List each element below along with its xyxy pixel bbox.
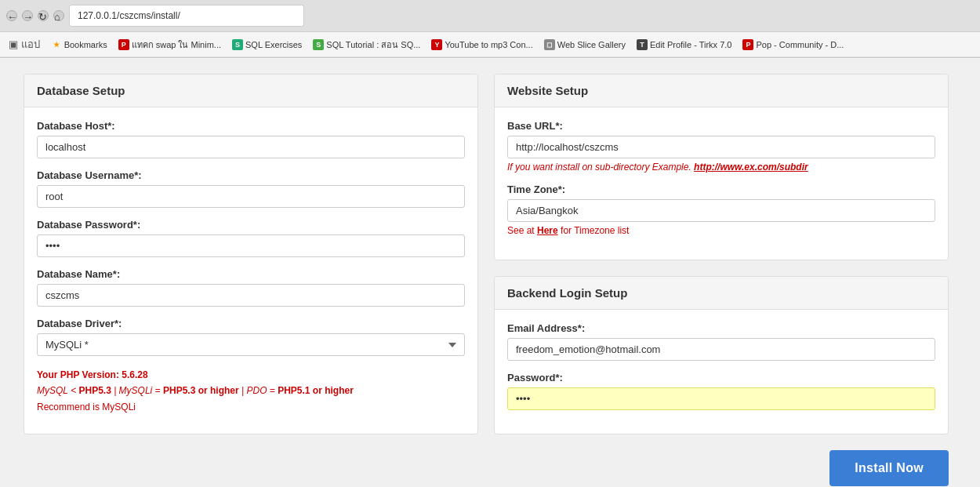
- host-group: Database Host*:: [37, 120, 465, 158]
- page-content: Database Setup Database Host*: Database …: [0, 58, 980, 487]
- email-input[interactable]: [507, 338, 935, 361]
- email-group: Email Address*:: [507, 322, 935, 361]
- admin-password-group: Password*:: [507, 372, 935, 410]
- webslice-icon: ◻: [544, 39, 555, 50]
- forward-button[interactable]: →: [22, 10, 33, 21]
- database-panel-body: Database Host*: Database Username*: Data…: [24, 107, 477, 427]
- timezone-link[interactable]: Here: [537, 225, 558, 236]
- bookmarks-item-7[interactable]: T Edit Profile - Tirkx 7.0: [633, 38, 736, 52]
- username-group: Database Username*:: [37, 169, 465, 208]
- admin-password-label: Password*:: [507, 372, 935, 383]
- bookmarks-item-2[interactable]: P แทคก swap ใน Minim...: [114, 36, 225, 53]
- base-url-input[interactable]: [507, 136, 935, 158]
- base-url-label: Base URL*:: [507, 120, 935, 132]
- driver-label: Database Driver*:: [37, 318, 465, 329]
- address-bar[interactable]: [69, 5, 304, 27]
- sql-tut-icon: S: [313, 39, 324, 50]
- sql-ex-icon: S: [232, 39, 243, 50]
- database-panel-header: Database Setup: [24, 75, 477, 107]
- subdir-link[interactable]: http://www.ex.com/subdir: [694, 162, 808, 173]
- tirkx-icon: T: [637, 39, 648, 50]
- setup-grid: Database Setup Database Host*: Database …: [24, 74, 949, 434]
- timezone-note: See at Here for Timezone list: [507, 225, 935, 236]
- install-area: Install Now: [24, 434, 949, 487]
- database-setup-panel: Database Setup Database Host*: Database …: [24, 74, 478, 434]
- bookmarks-bar: ▣ แอป ★ Bookmarks P แทคก swap ใน Minim..…: [0, 32, 980, 57]
- backend-panel-body: Email Address*: Password*:: [495, 310, 948, 434]
- website-setup-panel: Website Setup Base URL*: If you want ins…: [494, 74, 949, 260]
- bookmark-star-icon: ★: [51, 39, 62, 50]
- browser-toolbar: ← → ↻ ⌂: [0, 0, 980, 32]
- website-panel-body: Base URL*: If you want install on sub-di…: [495, 107, 948, 260]
- username-input[interactable]: [37, 185, 465, 208]
- base-url-note: If you want install on sub-directory Exa…: [507, 162, 935, 173]
- bookmarks-item-1[interactable]: ★ Bookmarks: [47, 38, 111, 52]
- right-panels: Website Setup Base URL*: If you want ins…: [494, 74, 949, 434]
- timezone-input[interactable]: [507, 199, 935, 222]
- php-version-text: Your PHP Version: 5.6.28: [37, 367, 465, 383]
- driver-group: Database Driver*: MySQLi * MySQL PDO: [37, 318, 465, 356]
- timezone-group: Time Zone*: See at Here for Timezone lis…: [507, 184, 935, 236]
- bookmarks-item-3[interactable]: S SQL Exercises: [228, 38, 306, 52]
- php-req-text: MySQL < PHP5.3 | MySQLi = PHP5.3 or high…: [37, 383, 465, 398]
- email-label: Email Address*:: [507, 322, 935, 334]
- apps-button[interactable]: ▣ แอป: [5, 35, 44, 54]
- timezone-label: Time Zone*:: [507, 184, 935, 195]
- pop-icon: P: [742, 39, 753, 50]
- install-now-button[interactable]: Install Now: [829, 450, 949, 486]
- pocket-icon: P: [118, 39, 129, 50]
- db-password-input[interactable]: [37, 234, 465, 257]
- youtube-icon: Y: [431, 39, 442, 50]
- bookmarks-item-4[interactable]: S SQL Tutorial : สอน SQ...: [309, 36, 424, 53]
- host-input[interactable]: [37, 136, 465, 158]
- db-name-group: Database Name*:: [37, 268, 465, 307]
- base-url-group: Base URL*: If you want install on sub-di…: [507, 120, 935, 173]
- php-recommend-text: Recommend is MySQLi: [37, 399, 465, 415]
- host-label: Database Host*:: [37, 120, 465, 132]
- browser-chrome: ← → ↻ ⌂ ▣ แอป ★ Bookmarks P แทคก swap ใน…: [0, 0, 980, 58]
- reload-button[interactable]: ↻: [38, 10, 49, 21]
- db-password-group: Database Password*:: [37, 219, 465, 257]
- db-password-label: Database Password*:: [37, 219, 465, 231]
- bookmarks-item-6[interactable]: ◻ Web Slice Gallery: [540, 38, 630, 52]
- bookmarks-item-8[interactable]: P Pop - Community - D...: [739, 38, 848, 52]
- admin-password-input[interactable]: [507, 387, 935, 410]
- backend-panel-header: Backend Login Setup: [495, 277, 948, 310]
- username-label: Database Username*:: [37, 169, 465, 181]
- website-panel-header: Website Setup: [495, 75, 948, 107]
- db-name-input[interactable]: [37, 284, 465, 307]
- back-button[interactable]: ←: [6, 10, 17, 21]
- driver-select[interactable]: MySQLi * MySQL PDO: [37, 333, 465, 356]
- bookmarks-item-5[interactable]: Y YouTube to mp3 Con...: [427, 38, 536, 52]
- home-button[interactable]: ⌂: [53, 10, 64, 21]
- db-name-label: Database Name*:: [37, 268, 465, 280]
- php-info: Your PHP Version: 5.6.28 MySQL < PHP5.3 …: [37, 367, 465, 415]
- backend-login-panel: Backend Login Setup Email Address*: Pass…: [494, 276, 949, 434]
